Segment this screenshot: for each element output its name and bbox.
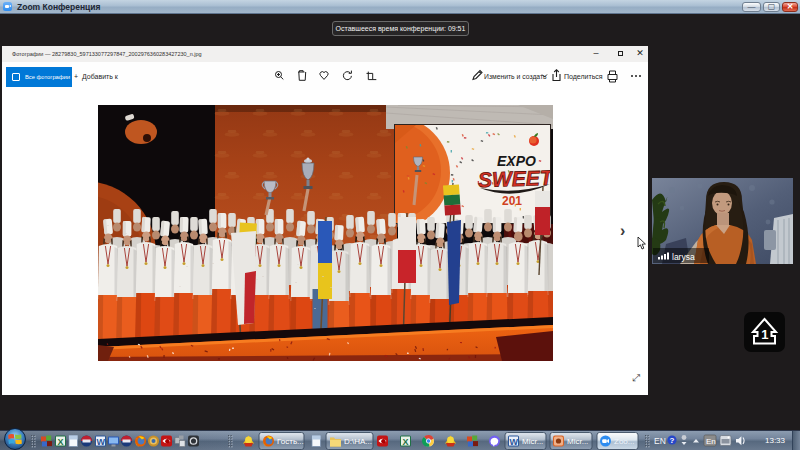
svg-text:EN: EN bbox=[654, 436, 666, 446]
svg-text:Micr...: Micr... bbox=[522, 437, 543, 446]
svg-text:W: W bbox=[509, 437, 518, 447]
svg-text:Micr...: Micr... bbox=[567, 437, 588, 446]
svg-text:W: W bbox=[96, 437, 105, 447]
svg-text:SWEET: SWEET bbox=[478, 166, 553, 192]
svg-text:Поделиться: Поделиться bbox=[564, 73, 603, 81]
svg-text:?: ? bbox=[670, 436, 675, 445]
svg-text:En: En bbox=[706, 437, 716, 446]
svg-text:1: 1 bbox=[761, 327, 768, 342]
svg-text:D:\HA...: D:\HA... bbox=[344, 437, 372, 446]
svg-text:Гость...: Гость... bbox=[277, 437, 304, 446]
svg-text:Изменить и создать: Изменить и создать bbox=[484, 73, 547, 81]
svg-text:X: X bbox=[402, 437, 408, 447]
svg-text:Zoo...: Zoo... bbox=[614, 437, 634, 446]
svg-text:larysa: larysa bbox=[672, 252, 695, 262]
svg-text:X: X bbox=[57, 437, 63, 447]
svg-text:201: 201 bbox=[502, 194, 522, 208]
